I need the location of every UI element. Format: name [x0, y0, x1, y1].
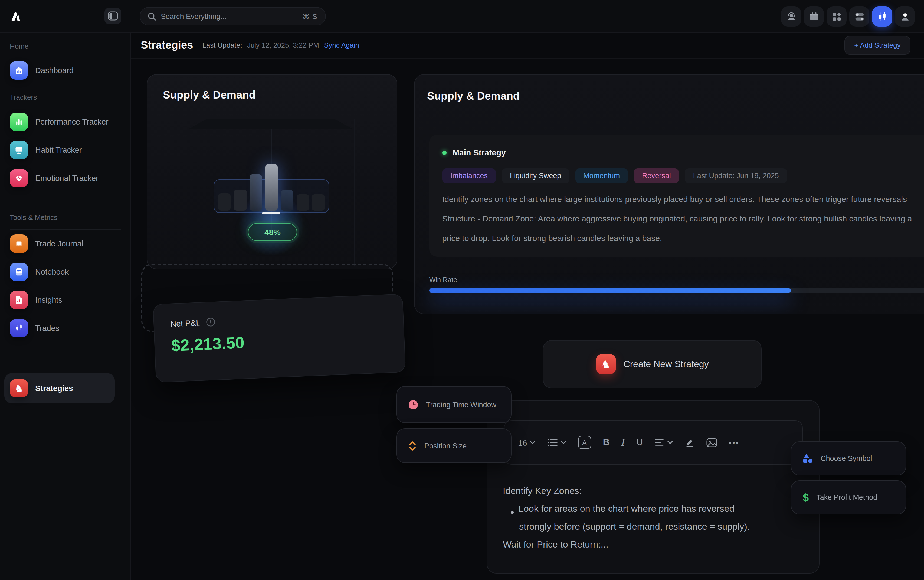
sidebar-item-label: Insights: [35, 296, 62, 304]
calendar-icon: [808, 11, 820, 23]
chart-bar: [297, 194, 309, 211]
list-icon: [547, 438, 558, 447]
description-line-2: Structure - Demand Zone: Area where aggr…: [442, 214, 912, 223]
preferences-icon: [853, 11, 865, 23]
net-pnl-value: $2,213.50: [171, 333, 245, 355]
highlighter-button[interactable]: [684, 438, 694, 447]
tag-momentum[interactable]: Momentum: [575, 168, 628, 183]
active-dot: [442, 150, 447, 155]
sidebar-item-label: Dashboard: [35, 66, 74, 75]
chart-bar: [234, 189, 247, 211]
notebook-icon: [10, 263, 28, 281]
page-title: Strategies: [141, 39, 193, 51]
position-size-card[interactable]: Position Size: [396, 428, 511, 463]
take-profit-method-label: Take Profit Method: [816, 493, 877, 501]
strategies-icon: ♞: [10, 379, 28, 397]
sidebar-item-notebook[interactable]: Notebook: [10, 261, 69, 283]
search-input[interactable]: Search Everything... ⌘ S: [140, 7, 326, 25]
topbar-actions: [781, 7, 915, 26]
performance-tracker-icon: [10, 113, 28, 131]
chart-bar-highlight: [265, 164, 278, 211]
chart-bar: [218, 193, 230, 211]
preferences-button[interactable]: [849, 7, 869, 26]
chevron-down-icon: [529, 441, 535, 444]
chevron-down-icon: [667, 441, 672, 444]
editor-line: Look for areas on the chart where price …: [519, 504, 735, 514]
bullet-icon: [511, 511, 513, 514]
profile-button[interactable]: [895, 7, 915, 26]
chart-bar: [250, 175, 262, 211]
trading-time-window-card[interactable]: Trading Time Window: [396, 386, 511, 423]
tag-reversal[interactable]: Reversal: [634, 168, 679, 183]
shapes-icon: [803, 453, 813, 463]
sidebar-item-label: Strategies: [35, 384, 73, 393]
panel-icon: [108, 12, 118, 21]
chart-tab-shape: [188, 119, 353, 129]
clock-icon: [408, 399, 418, 410]
sidebar-item-habit-tracker[interactable]: Habit Tracker: [10, 139, 82, 161]
trading-time-window-label: Trading Time Window: [426, 400, 497, 409]
last-update-value: July 12, 2025, 3:22 PM: [247, 41, 319, 49]
search-shortcut: ⌘ S: [303, 12, 318, 20]
support-button[interactable]: [781, 7, 801, 26]
editor-toolbar: 16 A B I U: [504, 420, 803, 465]
market-candles-icon: [876, 11, 888, 23]
chart-bar: [281, 190, 293, 211]
editor-line: strongly before (support = demand, resis…: [519, 522, 750, 532]
italic-button[interactable]: I: [621, 437, 625, 448]
page-header: Strategies Last Update: July 12, 2025, 3…: [141, 36, 359, 54]
sidebar-section-home: Home: [10, 42, 28, 50]
take-profit-method-card[interactable]: $ Take Profit Method: [791, 480, 906, 514]
sidebar-section-tools: Tools & Metrics: [10, 213, 58, 221]
sidebar-item-trade-journal[interactable]: Trade Journal: [10, 233, 83, 255]
market-candles-button[interactable]: [872, 7, 892, 26]
search-placeholder: Search Everything...: [161, 12, 303, 20]
tag-row: Imbalances Liquidity Sweep Momentum Reve…: [442, 168, 787, 183]
sidebar-item-label: Trade Journal: [35, 239, 83, 248]
create-strategy-label: Create New Strategy: [623, 359, 709, 370]
underline-button[interactable]: U: [636, 438, 643, 447]
create-new-strategy-button[interactable]: ♞ Create New Strategy: [543, 340, 761, 388]
sidebar-toggle-button[interactable]: [104, 8, 121, 25]
list-style-dropdown[interactable]: [547, 438, 566, 447]
main-strategy-panel: Main Strategy Imbalances Liquidity Sweep…: [429, 135, 924, 257]
sidebar-item-insights[interactable]: Insights: [10, 289, 62, 311]
sidebar-item-strategies[interactable]: ♞ Strategies: [4, 373, 115, 404]
highlighter-icon: [684, 438, 694, 447]
app-window: Search Everything... ⌘ S: [0, 0, 924, 580]
description-line-3: price to drop. Look for strong bearish c…: [442, 233, 662, 242]
sidebar-item-label: Emotional Tracker: [35, 174, 99, 183]
apps-button[interactable]: [827, 7, 847, 26]
support-icon: [785, 11, 797, 23]
bold-button[interactable]: B: [603, 437, 610, 448]
calendar-button[interactable]: [804, 7, 824, 26]
info-icon[interactable]: [206, 317, 215, 327]
insert-image-button[interactable]: [706, 438, 717, 447]
editor-line: Wait for Price to Return:...: [503, 539, 608, 550]
detail-card-title: Supply & Demand: [427, 90, 520, 102]
habit-tracker-icon: [10, 141, 28, 159]
tag-liquidity-sweep[interactable]: Liquidity Sweep: [502, 168, 569, 183]
preview-card-title: Supply & Demand: [163, 89, 255, 101]
align-dropdown[interactable]: [655, 439, 672, 446]
sidebar-item-label: Notebook: [35, 267, 69, 276]
strategy-editor-card: 16 A B I U: [487, 400, 820, 573]
font-size-dropdown[interactable]: 16: [518, 438, 535, 447]
strategy-preview-card[interactable]: Supply & Demand 48%: [147, 74, 397, 269]
sidebar-item-performance-tracker[interactable]: Performance Tracker: [10, 111, 109, 133]
choose-symbol-card[interactable]: Choose Symbol: [791, 442, 906, 476]
sidebar-item-emotional-tracker[interactable]: Emotional Tracker: [10, 167, 99, 189]
win-rate-label: Win Rate: [429, 276, 457, 284]
position-size-icon: [408, 440, 417, 451]
sync-again-link[interactable]: Sync Again: [324, 41, 359, 49]
more-options-button[interactable]: •••: [729, 438, 740, 447]
text-style-button[interactable]: A: [578, 436, 591, 449]
tag-imbalances[interactable]: Imbalances: [442, 168, 496, 183]
sidebar-item-dashboard[interactable]: Dashboard: [10, 59, 74, 81]
sidebar-item-trades[interactable]: Trades: [10, 317, 59, 339]
chart-bar: [312, 194, 325, 211]
add-strategy-button[interactable]: + Add Strategy: [844, 36, 911, 55]
app-logo-icon: [9, 10, 22, 23]
topbar: Search Everything... ⌘ S: [0, 0, 924, 33]
strategy-detail-card: Supply & Demand Main Strategy Imbalances…: [414, 74, 924, 314]
